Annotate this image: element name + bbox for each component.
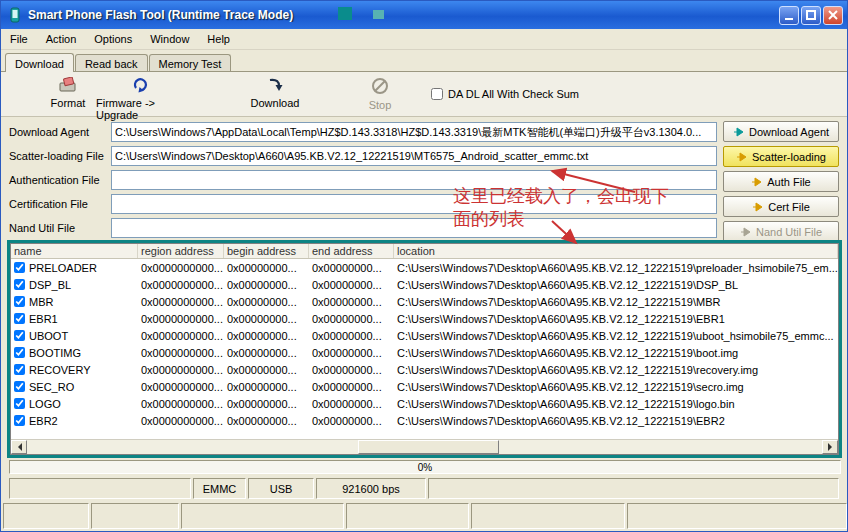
row-region: 0x0000000000...	[138, 313, 224, 325]
bottom-status-cell-6	[627, 503, 847, 529]
row-name: UBOOT	[29, 330, 68, 342]
row-name: SEC_RO	[29, 381, 74, 393]
horizontal-scrollbar[interactable]	[11, 439, 838, 454]
row-checkbox[interactable]	[14, 262, 25, 273]
bottom-status-cell-1	[3, 503, 89, 529]
cert-file-button[interactable]: Cert File	[723, 196, 839, 217]
firmware-upgrade-button[interactable]: Firmware -> Upgrade	[96, 77, 186, 115]
row-checkbox[interactable]	[14, 347, 25, 358]
table-row[interactable]: BOOTIMG 0x0000000000... 0x00000000... 0x…	[11, 344, 838, 361]
row-location: C:\Users\Windows7\Desktop\A660\A95.KB.V2…	[394, 347, 838, 359]
row-name-cell: MBR	[11, 296, 138, 308]
row-begin: 0x00000000...	[224, 330, 309, 342]
maximize-button[interactable]	[801, 6, 821, 25]
title-bar: Smart Phone Flash Tool (Runtime Trace Mo…	[1, 1, 847, 29]
col-header-end-address[interactable]: end address	[309, 244, 394, 258]
row-name: BOOTIMG	[29, 347, 81, 359]
col-header-begin-address[interactable]: begin address	[224, 244, 309, 258]
arrow-icon	[736, 152, 747, 162]
table-row[interactable]: EBR2 0x0000000000... 0x00000000... 0x000…	[11, 412, 838, 429]
row-checkbox[interactable]	[14, 398, 25, 409]
row-end: 0x00000000...	[309, 398, 394, 410]
scrollbar-thumb[interactable]	[358, 440, 499, 454]
row-region: 0x0000000000...	[138, 364, 224, 376]
download-tool-button[interactable]: Download	[230, 77, 320, 115]
menu-file[interactable]: File	[1, 31, 37, 47]
menu-options[interactable]: Options	[85, 31, 141, 47]
col-header-region-address[interactable]: region address	[138, 244, 224, 258]
auth-file-input[interactable]	[111, 170, 717, 190]
row-checkbox[interactable]	[14, 415, 25, 426]
row-end: 0x00000000...	[309, 415, 394, 427]
row-name: RECOVERY	[29, 364, 91, 376]
row-location: C:\Users\Windows7\Desktop\A660\A95.KB.V2…	[394, 398, 838, 410]
menu-window[interactable]: Window	[141, 31, 198, 47]
menu-action[interactable]: Action	[37, 31, 86, 47]
row-region: 0x0000000000...	[138, 262, 224, 274]
right-arrow-icon	[828, 443, 836, 451]
col-header-location[interactable]: location	[394, 244, 838, 258]
close-button[interactable]	[823, 6, 843, 25]
row-checkbox[interactable]	[14, 381, 25, 392]
app-icon	[7, 7, 23, 23]
row-checkbox[interactable]	[14, 279, 25, 290]
table-row[interactable]: SEC_RO 0x0000000000... 0x00000000... 0x0…	[11, 378, 838, 395]
row-name: PRELOADER	[29, 262, 97, 274]
row-end: 0x00000000...	[309, 347, 394, 359]
auth-file-button[interactable]: Auth File	[723, 171, 839, 192]
scatter-file-input[interactable]	[111, 146, 717, 166]
col-header-name[interactable]: name	[11, 244, 138, 258]
da-dl-checksum-checkbox[interactable]	[431, 88, 443, 100]
download-agent-button[interactable]: Download Agent	[723, 121, 839, 142]
row-checkbox[interactable]	[14, 296, 25, 307]
form-row-scatter: Scatter-loading File	[9, 146, 717, 166]
status-cell-empty-2	[428, 478, 839, 499]
table-row[interactable]: LOGO 0x0000000000... 0x00000000... 0x000…	[11, 395, 838, 412]
row-begin: 0x00000000...	[224, 262, 309, 274]
nand-util-button-label: Nand Util File	[756, 226, 822, 238]
nand-util-input[interactable]	[111, 218, 717, 238]
cert-file-label: Certification File	[9, 194, 111, 214]
row-checkbox[interactable]	[14, 364, 25, 375]
table-row[interactable]: UBOOT 0x0000000000... 0x00000000... 0x00…	[11, 327, 838, 344]
table-row[interactable]: RECOVERY 0x0000000000... 0x00000000... 0…	[11, 361, 838, 378]
row-name-cell: DSP_BL	[11, 279, 138, 291]
download-agent-input[interactable]	[111, 122, 717, 142]
annotation-highlight-box: name region address begin address end ad…	[7, 240, 842, 458]
cert-file-input[interactable]	[111, 194, 717, 214]
scatter-loading-button[interactable]: Scatter-loading	[723, 146, 839, 167]
tab-read-back[interactable]: Read back	[75, 54, 148, 72]
cert-file-button-label: Cert File	[768, 201, 810, 213]
table-row[interactable]: DSP_BL 0x0000000000... 0x00000000... 0x0…	[11, 276, 838, 293]
row-location: C:\Users\Windows7\Desktop\A660\A95.KB.V2…	[394, 330, 838, 342]
row-end: 0x00000000...	[309, 364, 394, 376]
partition-table-header: name region address begin address end ad…	[11, 244, 838, 259]
app-window: Smart Phone Flash Tool (Runtime Trace Mo…	[0, 0, 848, 532]
minimize-button[interactable]	[779, 6, 799, 25]
row-name: EBR2	[29, 415, 58, 427]
firmware-upgrade-label: Firmware -> Upgrade	[96, 97, 186, 121]
scroll-right-button[interactable]	[822, 440, 838, 454]
row-end: 0x00000000...	[309, 262, 394, 274]
download-icon	[266, 77, 284, 95]
table-row[interactable]: MBR 0x0000000000... 0x00000000... 0x0000…	[11, 293, 838, 310]
tab-memory-test[interactable]: Memory Test	[149, 54, 232, 72]
row-name-cell: EBR2	[11, 415, 138, 427]
bottom-status-cell-3	[181, 503, 344, 529]
annotation-mark	[373, 10, 384, 19]
table-row[interactable]: EBR1 0x0000000000... 0x00000000... 0x000…	[11, 310, 838, 327]
stop-icon	[371, 77, 389, 97]
row-location: C:\Users\Windows7\Desktop\A660\A95.KB.V2…	[394, 381, 838, 393]
row-checkbox[interactable]	[14, 313, 25, 324]
window-title: Smart Phone Flash Tool (Runtime Trace Mo…	[28, 8, 777, 22]
tab-strip: Download Read back Memory Test	[1, 50, 847, 72]
table-row[interactable]: PRELOADER 0x0000000000... 0x00000000... …	[11, 259, 838, 276]
scatter-file-label: Scatter-loading File	[9, 146, 111, 166]
row-region: 0x0000000000...	[138, 398, 224, 410]
row-checkbox[interactable]	[14, 330, 25, 341]
tab-download[interactable]: Download	[5, 53, 74, 72]
da-dl-checksum-option[interactable]: DA DL All With Check Sum	[431, 88, 579, 100]
scroll-left-button[interactable]	[11, 440, 27, 454]
menu-help[interactable]: Help	[198, 31, 239, 47]
menu-bar: File Action Options Window Help	[1, 29, 847, 50]
